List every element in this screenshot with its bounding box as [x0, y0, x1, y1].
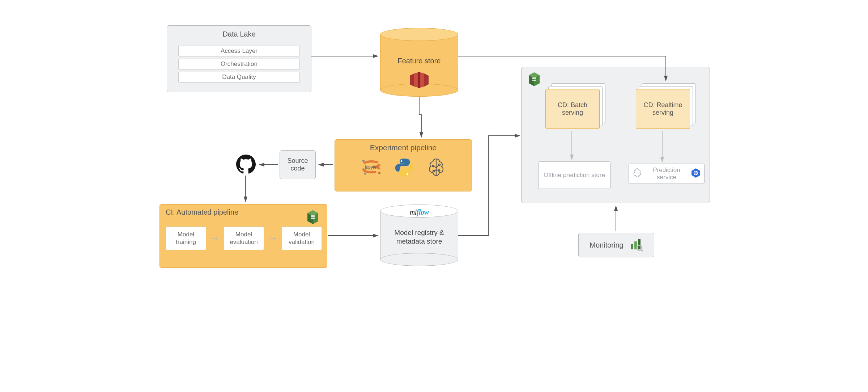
model-registry-cylinder: mlflow Model registry & metadata store: [380, 205, 458, 266]
data-lake-layer: Access Layer: [178, 46, 300, 56]
ci-stage: Model evaluation: [224, 227, 264, 250]
svg-point-11: [401, 160, 403, 162]
svg-point-8: [378, 172, 380, 174]
svg-point-12: [407, 173, 408, 175]
svg-rect-20: [311, 215, 315, 217]
ml-brain-icon: [632, 168, 643, 180]
github-icon: [236, 155, 256, 176]
data-lake-box: Data Lake Access Layer Orchestration Dat…: [167, 25, 311, 92]
svg-marker-1: [424, 73, 429, 87]
ml-brain-icon: [426, 157, 447, 180]
prediction-service-box: Prediction service: [629, 164, 705, 184]
redshift-icon: [410, 72, 429, 90]
monitoring-label: Monitoring: [590, 241, 623, 249]
svg-rect-4: [418, 72, 420, 88]
cd-batch-stack: CD: Batch serving: [545, 83, 605, 129]
svg-rect-34: [638, 239, 641, 249]
svg-line-36: [641, 250, 643, 252]
arrow-icon: →: [210, 232, 220, 244]
kubernetes-icon: [690, 168, 701, 180]
svg-text:jupyter: jupyter: [365, 165, 378, 170]
ci-title: CI: Automated pipeline: [166, 208, 238, 216]
data-lake-title: Data Lake: [222, 30, 255, 38]
mlflow-logo: mlflow: [380, 208, 458, 216]
source-code-box: Sourcecode: [280, 150, 316, 179]
svg-marker-0: [410, 73, 414, 87]
aws-ecs-icon: [305, 209, 321, 227]
feature-store-cylinder: Feature store: [380, 28, 458, 97]
ci-stage: Model training: [166, 227, 206, 250]
feature-store-label: Feature store: [380, 57, 458, 65]
jupyter-icon: jupyter: [360, 157, 383, 180]
cd-realtime-stack: CD: Realtime serving: [636, 83, 696, 129]
cd-batch-label: CD: Batch serving: [549, 101, 596, 117]
svg-point-7: [362, 160, 365, 162]
data-lake-layer: Orchestration: [178, 59, 300, 69]
aws-ecs-icon: [526, 71, 542, 89]
model-registry-label: Model registry & metadata store: [380, 228, 458, 246]
ci-stage: Model validation: [281, 227, 322, 250]
ci-pipeline-box: CI: Automated pipeline Model training → …: [159, 204, 327, 268]
svg-rect-32: [631, 244, 633, 249]
offline-prediction-label: Offline prediction store: [544, 171, 605, 179]
deploy-group-box: CD: Batch serving CD: Realtime serving O…: [521, 67, 710, 203]
cd-realtime-label: CD: Realtime serving: [639, 101, 687, 117]
offline-prediction-box: Offline prediction store: [538, 161, 610, 189]
prediction-service-label: Prediction service: [646, 167, 688, 181]
experiment-pipeline-box: Experiment pipeline jupyter: [335, 139, 472, 191]
source-code-label: Sourcecode: [287, 157, 308, 172]
monitoring-box: Monitoring: [578, 233, 654, 257]
python-icon: [395, 158, 414, 179]
data-lake-layer: Data Quality: [178, 72, 300, 83]
arrow-icon: →: [268, 232, 278, 244]
experiment-title: Experiment pipeline: [370, 143, 437, 152]
svg-rect-26: [532, 80, 536, 81]
svg-rect-25: [532, 77, 536, 79]
svg-point-9: [364, 173, 366, 175]
svg-rect-21: [311, 218, 315, 219]
cloudwatch-icon: [629, 237, 643, 253]
